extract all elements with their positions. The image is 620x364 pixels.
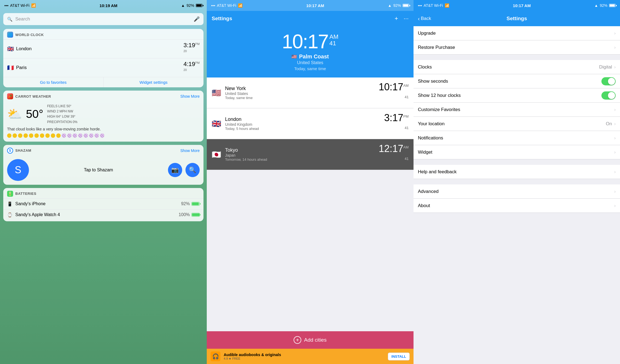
shazam-camera-button[interactable]: 📷 <box>168 163 182 177</box>
search-icon: 🔍 <box>7 17 13 22</box>
batteries-body: 📱 Sandy's iPhone 92% ⌚ Sandy's Apple Wat… <box>3 198 203 221</box>
section-divider-1 <box>414 55 620 60</box>
panel3-status-left: ▪▪▪ AT&T Wi-Fi 📶 <box>418 3 449 8</box>
weather-details: FEELS LIKE 50° WIND 2 MPH NW HIGH 64° LO… <box>47 104 78 125</box>
dot-11 <box>62 133 66 138</box>
back-chevron-icon: ‹ <box>418 16 420 22</box>
shazam-search-button[interactable]: 🔍 <box>185 163 200 177</box>
customize-favorites-row[interactable]: Customize Favorites › <box>414 103 620 117</box>
mic-icon[interactable]: 🎤 <box>194 16 200 22</box>
show-seconds-toggle[interactable] <box>601 77 616 85</box>
iphone-icon: 📱 <box>7 201 13 207</box>
panel2-nav-title: Settings <box>212 16 232 22</box>
search-bar[interactable]: 🔍 Search 🎤 <box>3 13 203 25</box>
dot-8 <box>45 133 50 138</box>
carrot-weather-title: 🥕 CARROT WEATHER <box>7 93 51 99</box>
advanced-row[interactable]: Advanced › <box>414 184 620 199</box>
panel3-carrier: AT&T Wi-Fi <box>424 3 443 8</box>
main-flag: 🇺🇸 <box>291 54 297 59</box>
main-ampm: AM <box>329 34 338 40</box>
panel2-time: 10:17 AM <box>306 3 324 8</box>
shazam-title: S SHAZAM <box>7 148 31 154</box>
panel3-header: ▪▪▪ AT&T Wi-Fi 📶 10:17 AM ▲ 92% ‹ Back S… <box>414 0 620 26</box>
show-12hour-toggle-thumb <box>608 92 615 99</box>
restore-purchase-label: Restore Purchase <box>418 45 455 50</box>
watch-device: ⌚ Sandy's Apple Watch 4 <box>7 212 60 217</box>
main-city-row: 🇺🇸 Palm Coast <box>212 53 408 60</box>
clocks-row[interactable]: Clocks Digital › <box>414 60 620 74</box>
paris-time: 4:19PM20 <box>184 61 200 75</box>
watch-battery-fill <box>192 213 200 216</box>
go-to-favorites-button[interactable]: Go to favorites <box>3 77 104 87</box>
ad-install-button[interactable]: INSTALL <box>388 353 410 360</box>
main-time-row: 10:17 AM 41 <box>282 32 338 51</box>
advanced-label: Advanced <box>418 189 439 194</box>
show-12hour-label: Show 12 hour clocks <box>418 93 461 98</box>
weather-description: That cloud looks like a very slow-moving… <box>7 127 200 131</box>
watch-name: Sandy's Apple Watch 4 <box>15 212 60 217</box>
weather-dots <box>7 133 200 138</box>
show-seconds-row[interactable]: Show seconds <box>414 74 620 88</box>
clocks-value: Digital <box>599 64 612 70</box>
london-clock-item[interactable]: 🇬🇧 London United Kingdom Today, 5 hours … <box>207 108 414 139</box>
london-time: 3:17PM41 <box>384 112 409 135</box>
dot-4 <box>23 133 28 138</box>
help-feedback-right: › <box>614 169 616 174</box>
about-label: About <box>418 203 430 208</box>
more-options-button[interactable]: ··· <box>404 15 409 22</box>
precipitation: PRECIPITATION 0% <box>47 120 78 125</box>
batteries-icon: 🔋 <box>7 191 13 197</box>
dot-10 <box>56 133 61 138</box>
dot-16 <box>89 133 93 138</box>
dot-15 <box>84 133 88 138</box>
tokyo-info: Tokyo Japan Tomorrow, 14 hours ahead <box>225 147 375 162</box>
iphone-battery-fill <box>192 202 199 205</box>
new-york-clock-item[interactable]: 🇺🇸 New York United States Today, same ti… <box>207 77 414 108</box>
help-feedback-row[interactable]: Help and feedback › <box>414 165 620 179</box>
main-time-diff: Today, same time <box>212 66 408 71</box>
widget-settings-button[interactable]: Widget settings <box>104 77 203 87</box>
about-chevron-icon: › <box>614 203 616 208</box>
panel2-signal-icon: ▪▪▪ <box>211 3 215 8</box>
show-12hour-row[interactable]: Show 12 hour clocks <box>414 88 620 103</box>
notifications-row[interactable]: Notifications › <box>414 131 620 145</box>
dot-12 <box>67 133 72 138</box>
ad-text-block: Audible audiobooks & originals 4.9 ★ FRE… <box>224 353 385 360</box>
help-feedback-label: Help and feedback <box>418 169 457 175</box>
notification-center-panel: ▪▪▪ AT&T Wi-Fi 📶 10:19 AM ▲ 92% 🔍 Search… <box>0 0 207 364</box>
watch-pct: 100% <box>179 212 190 217</box>
upgrade-row[interactable]: Upgrade › <box>414 26 620 40</box>
carrot-weather-widget: 🥕 CARROT WEATHER Show More ⛅ 50° FEELS L… <box>3 91 203 142</box>
tokyo-city: Tokyo <box>225 147 375 153</box>
carrot-weather-header: 🥕 CARROT WEATHER Show More <box>3 91 203 101</box>
your-location-row[interactable]: Your location On › <box>414 117 620 131</box>
shazam-tap-button[interactable]: S <box>7 159 29 181</box>
your-location-chevron-icon: › <box>614 121 616 126</box>
ny-diff: Today, same time <box>225 96 375 100</box>
tokyo-clock-item[interactable]: 🇯🇵 Tokyo Japan Tomorrow, 14 hours ahead … <box>207 139 414 170</box>
tokyo-time-main: 12:17AM41 <box>379 143 409 166</box>
clocks-label: Clocks <box>418 64 432 70</box>
restore-purchase-row[interactable]: Restore Purchase › <box>414 40 620 55</box>
show-12hour-toggle[interactable] <box>601 91 616 100</box>
ny-time: 10:17AM41 <box>379 81 409 104</box>
widget-row[interactable]: Widget › <box>414 145 620 159</box>
dot-2 <box>13 133 17 138</box>
carrot-show-more-button[interactable]: Show More <box>180 94 200 99</box>
panel2-wifi-icon: 📶 <box>238 3 243 8</box>
panel2-nav-icons: + ··· <box>395 15 409 22</box>
back-button[interactable]: ‹ Back <box>418 16 431 22</box>
about-row[interactable]: About › <box>414 199 620 213</box>
dot-5 <box>29 133 33 138</box>
add-clock-button[interactable]: + <box>395 15 398 22</box>
shazam-icon: S <box>7 148 13 154</box>
tokyo-flag: 🇯🇵 <box>212 150 221 159</box>
dot-9 <box>51 133 55 138</box>
search-input[interactable]: Search <box>15 16 191 22</box>
panel2-carrier: AT&T Wi-Fi <box>217 3 236 8</box>
shazam-show-more-button[interactable]: Show More <box>180 148 200 153</box>
ad-logo: 🎧 <box>211 351 220 361</box>
customize-favorites-right: › <box>614 107 616 112</box>
add-cities-button[interactable]: + Add cities <box>207 331 414 349</box>
shazam-extra-icons: 📷 🔍 <box>168 163 200 177</box>
